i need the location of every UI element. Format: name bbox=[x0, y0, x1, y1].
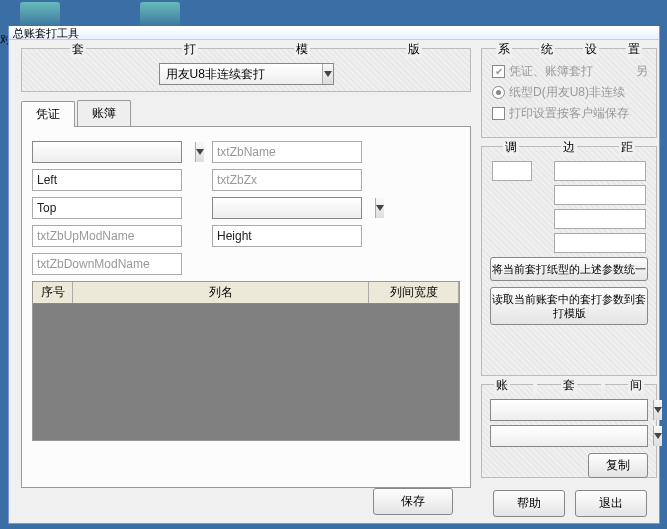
copy-group-label: 账套间 bbox=[482, 377, 656, 394]
tabstrip: 凭证 账簿 bbox=[21, 100, 471, 126]
exit-button[interactable]: 退出 bbox=[575, 490, 647, 517]
left-input[interactable] bbox=[32, 169, 182, 191]
zbzx-input[interactable] bbox=[212, 169, 362, 191]
top-input[interactable] bbox=[32, 197, 182, 219]
copy-from-input[interactable] bbox=[491, 400, 653, 420]
height-input[interactable] bbox=[212, 225, 362, 247]
mode-combo-input[interactable] bbox=[160, 64, 322, 84]
adjust-group-label: 调边距 bbox=[482, 139, 656, 156]
adjust-input-1[interactable] bbox=[492, 161, 532, 181]
tab-book[interactable]: 账簿 bbox=[77, 100, 131, 126]
chevron-down-icon[interactable] bbox=[375, 198, 384, 218]
save-client-label: 打印设置按客户端保存 bbox=[509, 105, 629, 122]
adjust-input-5[interactable] bbox=[554, 233, 646, 253]
column-grid[interactable]: 序号 列名 列间宽度 bbox=[32, 281, 460, 441]
copy-to-combo[interactable] bbox=[490, 425, 648, 447]
read-params-button[interactable]: 读取当前账套中的套打参数到套打模版 bbox=[490, 287, 648, 325]
voucher-book-label: 凭证、账簿套打 bbox=[509, 63, 593, 80]
downmod-input[interactable] bbox=[32, 253, 182, 275]
zb-combo-input[interactable] bbox=[33, 142, 195, 162]
grid-head-width: 列间宽度 bbox=[369, 282, 459, 303]
template-group-label: 套打模版 bbox=[22, 41, 470, 58]
zbname-input[interactable] bbox=[212, 141, 362, 163]
voucher-book-checkbox[interactable] bbox=[492, 65, 505, 78]
tail-label: 另 bbox=[636, 63, 648, 80]
window-title: 总账套打工具 bbox=[9, 26, 659, 40]
adjust-input-4[interactable] bbox=[554, 209, 646, 229]
chevron-down-icon[interactable] bbox=[653, 400, 662, 420]
chevron-down-icon[interactable] bbox=[195, 142, 204, 162]
system-group-label: 系统设置 bbox=[482, 41, 656, 58]
right-combo[interactable] bbox=[212, 197, 362, 219]
unify-params-button[interactable]: 将当前套打纸型的上述参数统一 bbox=[490, 257, 648, 281]
zb-combo[interactable] bbox=[32, 141, 182, 163]
grid-head-name: 列名 bbox=[73, 282, 369, 303]
save-button[interactable]: 保存 bbox=[373, 488, 453, 515]
chevron-down-icon[interactable] bbox=[322, 64, 333, 84]
grid-head-seq: 序号 bbox=[33, 282, 73, 303]
right-combo-input[interactable] bbox=[213, 198, 375, 218]
tab-voucher[interactable]: 凭证 bbox=[21, 101, 75, 127]
help-button[interactable]: 帮助 bbox=[493, 490, 565, 517]
mode-combo[interactable] bbox=[159, 63, 334, 85]
paper-type-radio[interactable] bbox=[492, 86, 505, 99]
paper-type-label: 纸型D(用友U8)非连续 bbox=[509, 84, 625, 101]
chevron-down-icon[interactable] bbox=[653, 426, 662, 446]
adjust-input-2[interactable] bbox=[554, 161, 646, 181]
copy-to-input[interactable] bbox=[491, 426, 653, 446]
copy-button[interactable]: 复制 bbox=[588, 453, 648, 478]
tab-content: 序号 列名 列间宽度 bbox=[21, 126, 471, 488]
copy-from-combo[interactable] bbox=[490, 399, 648, 421]
upmod-input[interactable] bbox=[32, 225, 182, 247]
main-window: 总账套打工具 套打模版 凭证 账簿 bbox=[8, 26, 660, 524]
save-client-checkbox[interactable] bbox=[492, 107, 505, 120]
adjust-input-3[interactable] bbox=[554, 185, 646, 205]
